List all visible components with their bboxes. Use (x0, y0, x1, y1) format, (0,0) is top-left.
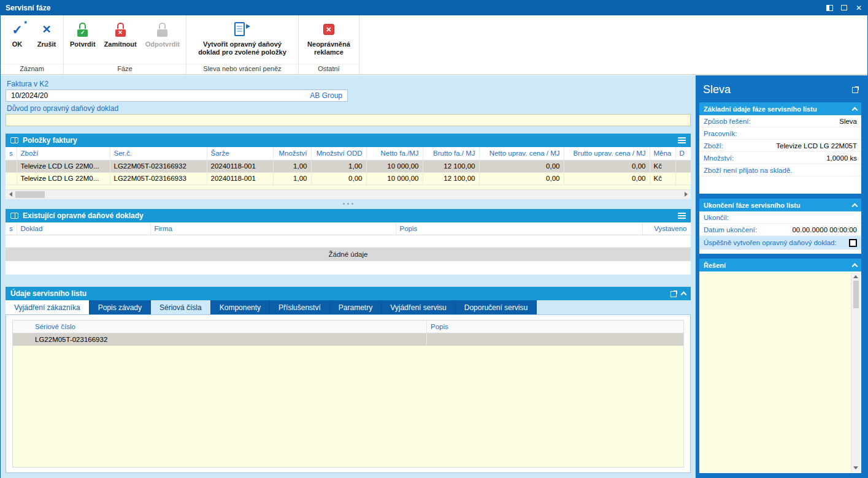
scroll-left-icon[interactable] (6, 190, 15, 199)
toolbar-group-sleva: Vytvořit opravný daňový doklad pro zvole… (186, 15, 299, 74)
group-label-zaznam: Záznam (1, 64, 63, 74)
col-netto-fa[interactable]: Netto fa./MJ (366, 147, 423, 160)
closing-body: Ukončil: Datum ukončení: 00.00.0000 00:0… (699, 211, 861, 254)
serial-row[interactable]: LG22M05T-023166932 (13, 333, 683, 346)
credit-note-created-row[interactable]: Úspěšně vytvořen opravný daňový doklad: (699, 236, 861, 250)
stock-note-row: Zboží není přijato na skladě. (699, 164, 861, 176)
col-sercislo[interactable]: Ser.č. (110, 147, 207, 160)
col-sarze[interactable]: Šarže (207, 147, 273, 160)
col-firma[interactable]: Firma (150, 222, 396, 235)
tab-vyjadreni-zakaznika[interactable]: Vyjádření zákazníka (6, 300, 90, 314)
solution-panel: Řešení (699, 259, 861, 473)
section-splitter[interactable] (6, 199, 691, 209)
reason-input[interactable] (6, 114, 691, 126)
group-label-faze: Fáze (64, 64, 186, 74)
vertical-scrollbar[interactable] (851, 273, 860, 472)
col-seriove-cislo[interactable]: Sériové číslo (31, 321, 427, 333)
field-row-zbozi[interactable]: Zboží: Televize LCD LG 22M05T (699, 140, 861, 152)
field-row-ukoncil[interactable]: Ukončil: (699, 211, 861, 224)
collapse-icon[interactable] (852, 263, 858, 269)
toolbar-group-zaznam: ✓* OK ✕ Zrušit Záznam (1, 15, 64, 74)
grid-menu-icon[interactable] (678, 213, 686, 219)
solution-textarea[interactable] (701, 273, 860, 472)
create-credit-note-icon (234, 21, 250, 38)
col-s[interactable]: s (6, 147, 17, 160)
col-popis[interactable]: Popis (427, 323, 683, 330)
invoice-items-header-row: s Zboží Ser.č. Šarže Množství Množství O… (6, 147, 691, 160)
col-doklad[interactable]: Doklad (17, 222, 150, 235)
horizontal-scrollbar[interactable] (6, 190, 691, 199)
invoice-label: Faktura v K2 (7, 80, 691, 89)
reason-label: Důvod pro opravný daňový doklad (7, 104, 691, 113)
collapse-icon[interactable] (852, 203, 858, 209)
book-icon (10, 213, 18, 219)
field-row-mnozstvi[interactable]: Množství: 1,0000 ks (699, 152, 861, 164)
col-mnozstvi-odd[interactable]: Množství ODD (311, 147, 366, 160)
unconfirm-button: Odpotvrdit (141, 17, 184, 50)
solution-header[interactable]: Řešení (699, 259, 861, 271)
col-netto-uprav[interactable]: Netto uprav. cena / MJ (479, 147, 564, 160)
col-popis[interactable]: Popis (396, 222, 642, 235)
sidebar-popout-icon[interactable] (852, 86, 859, 93)
group-label-ostatni: Ostatní (299, 64, 359, 74)
col-brutto-fa[interactable]: Brutto fa./ MJ (423, 147, 479, 160)
ok-button[interactable]: ✓* OK (2, 17, 32, 50)
col-mena[interactable]: Měna (650, 147, 675, 160)
service-sheet-tabbar: Vyjádření zákazníka Popis závady Sériová… (6, 300, 691, 314)
basic-info-body: Způsob řešení: Sleva Pracovník: Zboží: T… (699, 115, 861, 194)
invoice-number: 10/2024/20 (11, 91, 48, 100)
field-row-pracovnik[interactable]: Pracovník: (699, 127, 861, 140)
scrollbar-thumb[interactable] (15, 191, 45, 198)
grid-menu-icon[interactable] (678, 137, 686, 143)
col-mnozstvi[interactable]: Množství (273, 147, 311, 160)
col-zbozi[interactable]: Zboží (17, 147, 110, 160)
scroll-down-icon[interactable] (853, 466, 858, 469)
invoice-item-row-1[interactable]: Televize LCD LG 22M0... LG22M05T-0231669… (6, 160, 691, 172)
col-s[interactable]: s (6, 222, 17, 235)
credit-notes-empty-row (6, 261, 691, 275)
empty-data-text: Žádné údaje (329, 251, 368, 258)
tab-seriova-cisla[interactable]: Sériová čísla (151, 300, 211, 314)
invoice-field[interactable]: 10/2024/20 AB Group (6, 89, 348, 102)
credit-note-created-checkbox[interactable] (849, 239, 857, 247)
invoice-items-table: s Zboží Ser.č. Šarže Množství Množství O… (6, 147, 691, 185)
collapse-icon[interactable] (852, 107, 858, 113)
scroll-up-icon[interactable] (853, 275, 858, 278)
invoice-company-link[interactable]: AB Group (310, 91, 342, 100)
credit-notes-header: Existující opravné daňové doklady (6, 209, 691, 222)
tab-popis-zavady[interactable]: Popis závady (90, 300, 151, 314)
closing-header[interactable]: Ukončení fáze servisního listu (699, 199, 861, 211)
close-icon[interactable]: ✕ (854, 3, 864, 12)
tab-parametry[interactable]: Parametry (330, 300, 382, 314)
dock-window-icon[interactable] (824, 3, 834, 12)
scroll-right-icon[interactable] (681, 190, 691, 199)
field-row-datum-ukonceni[interactable]: Datum ukončení: 00.00.0000 00:00:00 (699, 224, 861, 236)
window-controls: ✕ (824, 3, 864, 12)
empty-data-banner: Žádné údaje (6, 248, 691, 261)
book-icon (10, 137, 18, 143)
cancel-button[interactable]: ✕ Zrušit (32, 17, 61, 50)
field-row-zpusob-reseni[interactable]: Způsob řešení: Sleva (699, 115, 861, 127)
basic-info-title: Základní údaje fáze servisního listu (704, 105, 817, 113)
invoice-item-row-2[interactable]: Televize LCD LG 22M0... LG22M05T-0231669… (6, 172, 691, 184)
create-credit-note-button[interactable]: Vytvořit opravný daňový doklad pro zvole… (188, 17, 296, 58)
popout-icon[interactable] (670, 290, 677, 297)
reject-button[interactable]: ✕ Zamítnout (100, 17, 141, 50)
tab-vyjadreni-servisu[interactable]: Vyjádření servisu (382, 300, 456, 314)
col-vystaveno[interactable]: Vystaveno (642, 222, 691, 235)
tab-prislusenstvi[interactable]: Příslušenství (270, 300, 330, 314)
maximize-icon[interactable] (839, 3, 849, 12)
toolbar-group-faze: ✓ Potvrdit ✕ Zamítnout Odpotvrdit (64, 15, 186, 74)
unjustified-claim-button[interactable]: ✕ Neoprávněná reklamce (301, 17, 357, 58)
tab-doporuceni-servisu[interactable]: Doporučení servisu (456, 300, 537, 314)
scrollbar-thumb[interactable] (853, 281, 859, 308)
ok-check-icon: ✓* (12, 21, 23, 38)
tab-komponenty[interactable]: Komponenty (211, 300, 270, 314)
basic-info-header[interactable]: Základní údaje fáze servisního listu (699, 102, 861, 115)
collapse-icon[interactable] (681, 292, 687, 298)
credit-notes-title: Existující opravné daňové doklady (23, 211, 144, 220)
col-brutto-uprav[interactable]: Brutto uprav. cena / MJ (564, 147, 650, 160)
confirm-button[interactable]: ✓ Potvrdit (66, 17, 100, 50)
credit-notes-header-row: s Doklad Firma Popis Vystaveno (6, 222, 691, 235)
col-d[interactable]: D (675, 147, 691, 160)
